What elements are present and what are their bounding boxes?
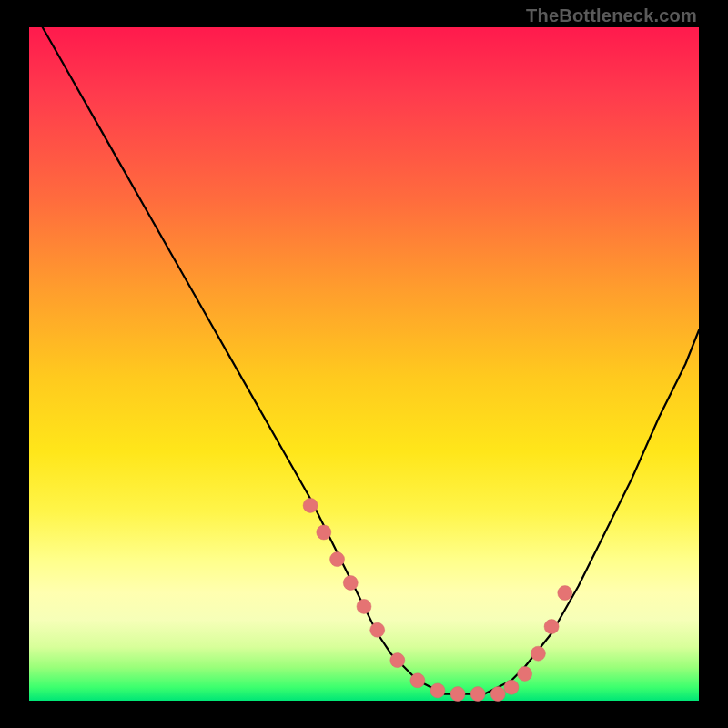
highlighted-dot xyxy=(450,687,465,702)
bottleneck-curve xyxy=(43,27,699,694)
highlighted-dot xyxy=(357,599,371,613)
highlighted-dot xyxy=(470,687,485,702)
highlighted-dot xyxy=(544,620,559,634)
highlighted-dot xyxy=(390,653,405,668)
chart-frame: TheBottleneck.com xyxy=(0,0,728,728)
highlighted-dot xyxy=(410,673,425,688)
highlighted-dot xyxy=(430,683,445,698)
watermark-text: TheBottleneck.com xyxy=(526,5,697,26)
highlighted-dot xyxy=(330,552,345,567)
highlighted-dot xyxy=(518,666,532,681)
highlighted-dot xyxy=(531,646,545,661)
highlighted-dot xyxy=(303,498,318,512)
highlighted-dot xyxy=(370,622,385,637)
highlighted-dot xyxy=(343,576,358,591)
highlighted-dots-group xyxy=(303,498,572,701)
highlighted-dot xyxy=(504,680,519,694)
highlighted-dot xyxy=(317,525,331,540)
highlighted-dot xyxy=(558,586,572,601)
chart-svg xyxy=(29,27,699,701)
highlighted-dot xyxy=(490,687,505,702)
